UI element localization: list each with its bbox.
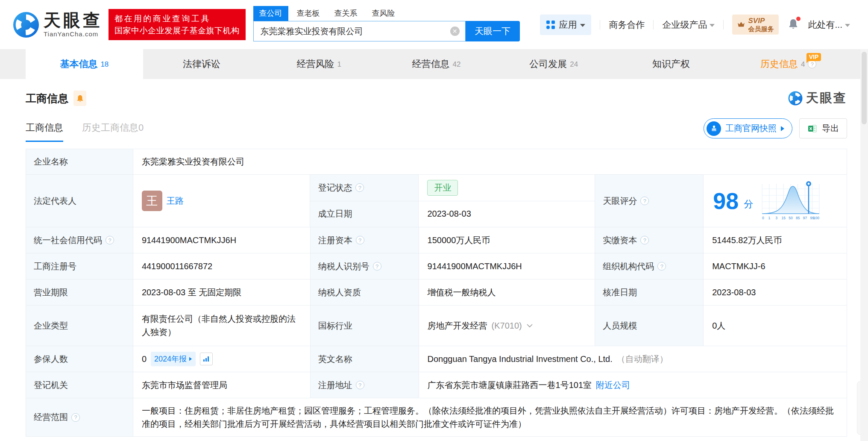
address-value: 广东省东莞市塘厦镇康莊路西一巷1号101室 附近公司 <box>419 372 847 398</box>
company-tabs: 基本信息 18 法律诉讼 经营风险 1 经营信息 42 公司发展 24 知识产权… <box>0 49 868 79</box>
chevron-down-icon[interactable] <box>526 323 533 328</box>
nav-enterprise-products[interactable]: 企业级产品 <box>662 19 715 31</box>
business-scope-label: 经营范围? <box>26 398 133 437</box>
arrow-right-icon <box>781 126 784 131</box>
reg-authority-value: 东莞市市场监督管理局 <box>133 372 311 398</box>
vip-badge: VIP <box>806 53 821 61</box>
user-menu[interactable]: 此处有... <box>808 19 850 31</box>
org-code-label: 组织机构代码? <box>595 253 704 279</box>
tab-legal-litigation[interactable]: 法律诉讼 <box>143 49 261 79</box>
tab-count: 4 <box>801 60 805 69</box>
logo-subtitle: TianYanCha.com <box>44 30 103 38</box>
help-icon[interactable]: ? <box>373 262 381 270</box>
help-icon[interactable]: ? <box>355 183 364 192</box>
svg-text:100: 100 <box>813 216 819 220</box>
reg-capital-value: 150000万人民币 <box>419 227 595 253</box>
search-button[interactable]: 天眼一下 <box>466 21 520 41</box>
paid-capital-label: 实缴资本? <box>595 227 704 253</box>
table-row: 参保人数 0 2024年报 英文名称 Dongguan Tangya Indus… <box>26 346 847 372</box>
svg-text:3: 3 <box>775 216 777 220</box>
help-icon[interactable]: ? <box>356 381 364 389</box>
staff-size-value: 0人 <box>704 306 847 346</box>
tab-operating-risk[interactable]: 经营风险 1 <box>260 49 378 79</box>
apps-grid-icon <box>546 20 555 29</box>
table-row: 企业名称 东莞棠雅实业投资有限公司 <box>26 149 847 175</box>
official-snapshot-button[interactable]: 工商官网快照 <box>704 118 792 138</box>
help-icon[interactable]: ? <box>657 262 666 270</box>
reg-authority-label: 登记机关 <box>26 372 133 398</box>
trend-chart-button[interactable] <box>200 353 213 365</box>
svip-membership-badge[interactable]: SVIP 会员服务 <box>732 15 779 35</box>
scrollbar-thumb[interactable] <box>862 52 867 124</box>
header-nav: 应用 商务合作 企业级产品 SVIP 会员服务 此处有... <box>540 15 850 35</box>
address-label: 注册地址? <box>311 372 419 398</box>
legal-rep-link[interactable]: 王路 <box>167 195 184 207</box>
search-tab-company[interactable]: 查公司 <box>253 6 288 21</box>
tab-label: 公司发展 <box>529 58 567 71</box>
score-distribution-chart: 0 1 3 15 50 85 97 99 100 <box>758 179 823 222</box>
subtab-business-info[interactable]: 工商信息 <box>26 121 63 142</box>
help-icon[interactable]: ? <box>106 236 114 244</box>
tab-operating-info[interactable]: 经营信息 42 <box>378 49 495 79</box>
tab-label: 经营风险 <box>297 58 334 71</box>
chevron-down-icon <box>845 24 850 27</box>
svip-text: SVIP 会员服务 <box>748 17 774 32</box>
score-unit: 分 <box>744 198 753 211</box>
approval-date-label: 核准日期 <box>595 279 704 306</box>
tab-label: 知识产权 <box>652 58 690 71</box>
help-icon[interactable]: ? <box>640 236 649 244</box>
establish-date-value: 2023-08-03 <box>419 201 595 228</box>
nav-business-cooperation[interactable]: 商务合作 <box>609 19 645 31</box>
apps-menu[interactable]: 应用 <box>540 15 591 35</box>
taxpayer-quality-label: 纳税人资质 <box>311 279 419 306</box>
tab-intellectual-property[interactable]: 知识产权 <box>613 49 730 79</box>
notification-bell[interactable] <box>788 18 798 31</box>
english-name-value: Dongguan Tangya Industrial Investment Co… <box>419 346 847 372</box>
tab-count: 1 <box>337 60 341 69</box>
staff-size-label: 人员规模 <box>595 306 704 346</box>
subtab-history-business-info[interactable]: 历史工商信息0 <box>82 121 144 142</box>
arrow-right-icon <box>189 357 192 361</box>
slogan-line2: 国家中小企业发展子基金旗下机构 <box>114 25 240 37</box>
industry-label: 国标行业 <box>311 306 419 346</box>
table-row: 登记机关 东莞市市场监督管理局 注册地址? 广东省东莞市塘厦镇康莊路西一巷1号1… <box>26 372 847 398</box>
table-row: 登记状态? 开业 <box>310 175 595 201</box>
approval-date-value: 2023-08-03 <box>704 279 847 306</box>
stamp-icon <box>707 121 721 136</box>
business-term-value: 2023-08-03 至 无固定期限 <box>133 279 311 306</box>
svg-text:0: 0 <box>762 216 764 220</box>
table-row: 工商注册号 441900011667872 纳税人识别号? 91441900MA… <box>26 253 847 279</box>
annual-report-link[interactable]: 2024年报 <box>151 352 196 366</box>
company-type-label: 企业类型 <box>26 306 133 346</box>
monitor-bell-button[interactable] <box>73 91 86 106</box>
legal-rep-value: 王 王路 <box>133 175 311 227</box>
help-icon[interactable]: ? <box>640 197 649 205</box>
search-tab-risk[interactable]: 查风险 <box>366 6 401 21</box>
search-tab-relation[interactable]: 查关系 <box>328 6 364 21</box>
clear-icon[interactable]: ✕ <box>450 26 460 36</box>
help-icon[interactable]: ? <box>71 413 80 422</box>
help-icon[interactable]: ? <box>356 236 364 244</box>
company-name-label: 企业名称 <box>26 149 133 175</box>
tab-company-development[interactable]: 公司发展 24 <box>495 49 613 79</box>
english-name-label: 英文名称 <box>311 346 419 372</box>
search-tab-boss[interactable]: 查老板 <box>291 6 326 21</box>
svg-text:85: 85 <box>796 216 800 220</box>
help-icon[interactable]: ? <box>808 60 816 68</box>
insured-label: 参保人数 <box>26 346 133 372</box>
score-value[interactable]: 98 分 <box>704 175 847 227</box>
search-input[interactable] <box>253 21 466 41</box>
tab-label: 法律诉讼 <box>183 58 220 71</box>
chevron-down-icon <box>580 24 585 27</box>
scrollbar[interactable] <box>860 49 868 441</box>
nearby-companies-link[interactable]: 附近公司 <box>596 379 630 391</box>
avatar[interactable]: 王 <box>142 191 162 211</box>
tab-history-info[interactable]: 历史信息 4 ? VIP <box>730 49 847 79</box>
company-name-value: 东莞棠雅实业投资有限公司 <box>133 149 847 175</box>
table-row: 统一社会信用代码? 91441900MACTMKJJ6H 注册资本? 15000… <box>26 227 847 253</box>
tianyancha-logo[interactable]: 天眼查 TianYanCha.com <box>13 12 103 38</box>
export-label: 导出 <box>822 123 839 134</box>
tab-basic-info[interactable]: 基本信息 18 <box>26 49 143 79</box>
export-button[interactable]: 导出 <box>799 118 847 138</box>
org-code-value: MACTMKJJ-6 <box>704 253 847 279</box>
